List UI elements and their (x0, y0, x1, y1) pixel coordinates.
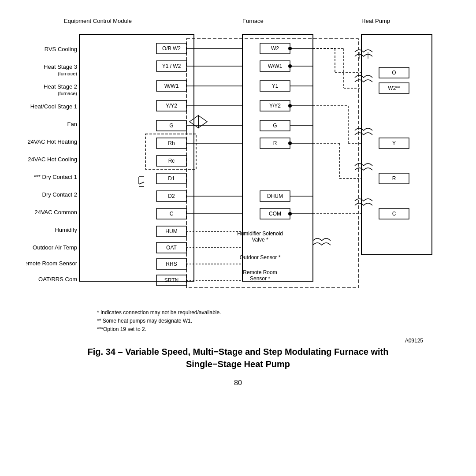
furn-term-7: COM (269, 211, 281, 217)
hp-term-3: R (392, 175, 396, 182)
hp-term-1: W2** (388, 85, 400, 91)
ecm-term-3: Y/Y2 (166, 103, 177, 109)
ecm-term-4: G (169, 123, 173, 129)
ecm-label-13: OAT/RRS Com (38, 276, 77, 283)
hp-transformer-4b (355, 203, 372, 205)
furn-term-3: Y/Y2 (269, 103, 281, 109)
hp-transformer-2 (355, 128, 372, 130)
ecm-term-6: Rc (168, 158, 175, 164)
furn-term-0: W2 (271, 45, 279, 52)
furnace-header: Furnace (242, 18, 264, 24)
transformer-1b (198, 115, 207, 128)
dot-1 (288, 64, 292, 68)
hp-term-4: C (392, 211, 396, 217)
outer-connection-box (186, 39, 358, 288)
furn-sensor-2b: Sensor * (250, 275, 270, 282)
furn-sensor-1: Outdoor Sensor * (240, 254, 281, 260)
furn-term-6: DHUM (267, 193, 283, 199)
hp-transformer-3b (355, 168, 372, 170)
ecm-label-2: Heat Stage 2 (44, 83, 77, 90)
ecm-label-5: 24VAC Hot Heating (28, 138, 78, 145)
ecm-label-7: *** Dry Contact 1 (34, 174, 77, 180)
ecm-label-4: Fan (67, 121, 77, 127)
dot-9 (288, 212, 292, 216)
ecm-term-7: D1 (168, 175, 175, 182)
ecm-term-9: C (170, 211, 174, 217)
page: Equipment Control Module Furnace Heat Pu… (0, 0, 476, 476)
note-1: * Indicates connection may not be requir… (97, 309, 450, 317)
note-3: ***Option 19 set to 2. (97, 325, 450, 334)
ecm-header: Equipment Control Module (64, 18, 132, 24)
ecm-term-12: RRS (166, 261, 177, 267)
notes-section: * Indicates connection may not be requir… (97, 309, 450, 334)
ecm-label-1b: (furnace) (58, 71, 77, 76)
ecm-term-11: OAT (166, 245, 177, 251)
wiring-diagram: RVS Cooling Heat Stage 3 (furnace) Heat … (26, 30, 450, 303)
ecm-term-5: Rh (168, 140, 175, 146)
dashed-box-rh (145, 134, 196, 169)
furn-term-1: W/W1 (268, 63, 283, 69)
ecm-term-8: D2 (168, 193, 175, 199)
ecm-label-8: Dry Contact 2 (42, 191, 77, 198)
furn-sensor-0b: Valve * (252, 237, 268, 243)
ecm-label-2b: (furnace) (58, 91, 77, 96)
hp-transformer-1 (355, 75, 372, 78)
ecm-label-11: Outdoor Air Temp (33, 244, 77, 251)
page-number: 80 (26, 379, 450, 387)
ecm-term-13: SRTN (164, 277, 178, 283)
switch-arm (139, 182, 144, 184)
ecm-label-6: 24VAC Hot Cooling (28, 156, 77, 163)
figure-title: Fig. 34 – Variable Speed, Multi−Stage an… (26, 346, 450, 370)
ecm-term-10: HUM (165, 228, 177, 234)
hp-transformer-1b (355, 80, 372, 82)
hp-term-2: Y (392, 140, 396, 146)
figure-id: A09125 (26, 338, 423, 344)
dot-3 (288, 104, 292, 108)
furn-term-4: G (273, 123, 277, 129)
ecm-label-12: Remote Room Sensor (26, 260, 78, 267)
column-headers: Equipment Control Module Furnace Heat Pu… (26, 18, 450, 28)
ecm-label-3: Heat/Cool Stage 1 (30, 103, 77, 110)
heatpump-header: Heat Pump (361, 18, 390, 24)
furn-sensor-2a: Remote Room (243, 269, 277, 275)
furn-term-2: Y1 (272, 83, 279, 89)
ecm-term-0: O/B W2 (162, 45, 181, 52)
ecm-term-2: W/W1 (164, 83, 179, 89)
hp-transformer-3 (355, 164, 372, 166)
furnace-transformer-5b (313, 243, 331, 245)
hp-transformer-0b (355, 54, 372, 56)
note-2: ** Some heat pumps may designate W1. (97, 317, 450, 325)
dot-0 (288, 47, 292, 50)
furnace-transformer-5 (313, 238, 331, 241)
ecm-term-1: Y1 / W2 (162, 63, 181, 69)
ecm-label-9: 24VAC Common (34, 209, 77, 216)
ecm-label-10: Humidify (55, 227, 77, 233)
hp-term-0: O (392, 70, 396, 76)
ecm-label-1: Heat Stage 3 (44, 63, 77, 70)
hp-transformer-0 (355, 50, 372, 52)
dot-5 (288, 141, 292, 145)
hp-transformer-4 (355, 199, 372, 201)
ecm-label-0: RVS Cooling (45, 46, 77, 52)
hp-transformer-2b (355, 133, 372, 135)
furn-term-5: R (273, 140, 277, 146)
furn-sensor-0a: Humidifier Solenoid (237, 231, 283, 237)
